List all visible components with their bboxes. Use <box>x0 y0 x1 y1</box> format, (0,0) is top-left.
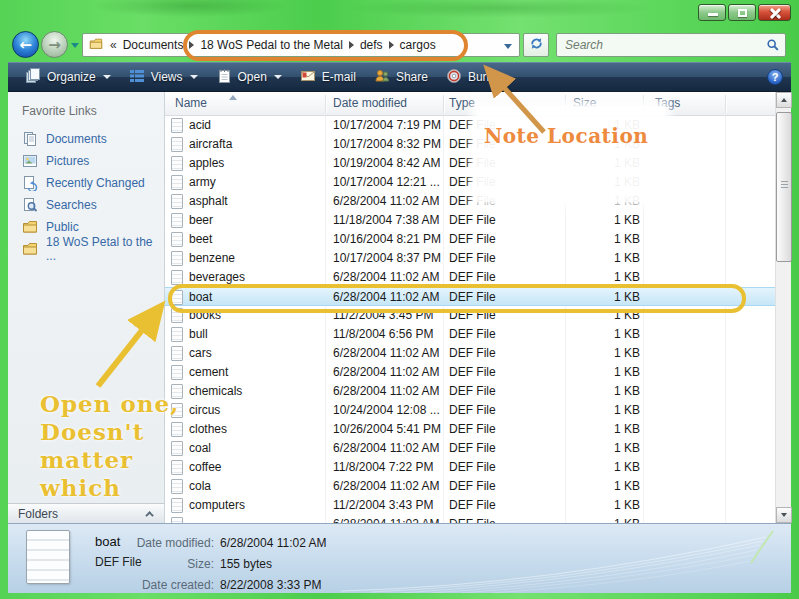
file-size: 1 KB <box>557 154 640 173</box>
file-date-modified: 6/28/2004 11:02 AM <box>333 477 440 496</box>
file-name: aircrafta <box>189 135 232 154</box>
scroll-up-button[interactable] <box>776 92 792 108</box>
table-row-computers[interactable]: computers11/2/2004 3:43 PMDEF File1 KB <box>165 496 775 515</box>
vertical-scrollbar[interactable] <box>775 92 791 523</box>
sidebar-item-label: Searches <box>46 198 97 212</box>
file-name: acid <box>189 116 211 135</box>
chevron-down-icon <box>274 75 282 79</box>
help-button[interactable]: ? <box>767 69 783 85</box>
sidebar-item-searches[interactable]: Searches <box>8 194 164 216</box>
close-button[interactable] <box>758 4 791 21</box>
toolbar-button-share[interactable]: Share <box>365 64 437 91</box>
breadcrumb-item-defs[interactable]: defs <box>360 38 383 52</box>
breadcrumb-item-cargos[interactable]: cargos <box>400 38 436 52</box>
column-header-name[interactable]: Name <box>175 96 207 110</box>
sidebar-item-pictures[interactable]: Pictures <box>8 150 164 172</box>
breadcrumb-overflow-chevron[interactable]: « <box>110 38 117 52</box>
table-row-benzene[interactable]: benzene10/17/2004 8:37 PMDEF File1 KB <box>165 249 775 268</box>
file-name: boat <box>189 288 212 307</box>
table-row-beverages[interactable]: beverages6/28/2004 11:02 AMDEF File1 KB <box>165 268 775 287</box>
column-header-tags[interactable]: Tags <box>655 96 680 110</box>
file-date-modified: 6/28/2004 11:02 AM <box>333 344 440 363</box>
file-type: DEF File <box>449 230 496 249</box>
table-row-coal[interactable]: coal6/28/2004 11:02 AMDEF File1 KB <box>165 439 775 458</box>
column-separator <box>643 95 644 113</box>
file-name: beverages <box>189 268 245 287</box>
details-pane: boat DEF File Date modified:6/28/2004 11… <box>8 523 791 593</box>
table-row-aircrafta[interactable]: aircrafta10/17/2004 8:32 PMDEF File1 KB <box>165 135 775 154</box>
table-row-beer[interactable]: beer11/18/2004 7:38 AMDEF File1 KB <box>165 211 775 230</box>
open-icon <box>216 68 232 87</box>
file-name: benzene <box>189 249 235 268</box>
email-icon <box>300 68 316 87</box>
table-row-cars[interactable]: cars6/28/2004 11:02 AMDEF File1 KB <box>165 344 775 363</box>
table-row-army[interactable]: army10/17/2004 12:21 ...DEF File1 KB <box>165 173 775 192</box>
file-date-modified: 11/8/2004 6:56 PM <box>333 325 434 344</box>
triangle-up-icon <box>781 98 787 102</box>
file-date-modified: 6/28/2004 11:02 AM <box>333 439 440 458</box>
sidebar-item-label: Recently Changed <box>46 176 145 190</box>
chevron-down-icon <box>190 75 198 79</box>
file-icon <box>171 422 183 437</box>
pictures-icon <box>22 153 38 169</box>
search-input[interactable] <box>556 33 786 57</box>
file-name: chemicals <box>189 382 242 401</box>
file-name: asphalt <box>189 192 228 211</box>
maximize-button[interactable] <box>728 4 756 21</box>
file-type: DEF File <box>449 458 496 477</box>
minimize-button[interactable] <box>698 4 726 21</box>
forward-button[interactable]: → <box>41 31 68 58</box>
breadcrumb-item-18-wos-pedal-to-the-metal[interactable]: 18 WoS Pedal to the Metal <box>200 38 343 52</box>
table-row-cement[interactable]: cement6/28/2004 11:02 AMDEF File1 KB <box>165 363 775 382</box>
scroll-down-button[interactable] <box>776 507 792 523</box>
table-row-partial[interactable]: 6/28/2004 11:02 AMDEF File1 KB <box>165 515 775 523</box>
toolbar-button-label: Share <box>396 70 428 84</box>
table-row-boat[interactable]: boat6/28/2004 11:02 AMDEF File1 KB <box>165 287 775 306</box>
address-bar[interactable]: «Documents18 WoS Pedal to the Metaldefsc… <box>82 33 520 57</box>
toolbar-button-e-mail[interactable]: E-mail <box>291 64 365 91</box>
table-row-coffee[interactable]: coffee11/8/2004 7:22 PMDEF File1 KB <box>165 458 775 477</box>
search-icon[interactable] <box>766 38 780 55</box>
file-name: apples <box>189 154 224 173</box>
sidebar-item-recently-changed[interactable]: Recently Changed <box>8 172 164 194</box>
toolbar-button-views[interactable]: Views <box>120 64 207 91</box>
details-field-value: 8/22/2008 3:33 PM <box>220 578 321 592</box>
toolbar-button-burn[interactable]: Burn <box>437 64 502 91</box>
table-row-apples[interactable]: apples10/19/2004 8:42 AMDEF File1 KB <box>165 154 775 173</box>
scrollbar-thumb[interactable] <box>776 112 792 262</box>
sidebar-item-documents[interactable]: Documents <box>8 128 164 150</box>
column-header-type[interactable]: Type <box>449 96 475 110</box>
folders-bar[interactable]: Folders <box>8 503 165 523</box>
table-row-chemicals[interactable]: chemicals6/28/2004 11:02 AMDEF File1 KB <box>165 382 775 401</box>
file-size: 1 KB <box>557 382 640 401</box>
toolbar-button-open[interactable]: Open <box>207 64 291 91</box>
file-name: coffee <box>189 458 221 477</box>
file-date-modified: 11/18/2004 7:38 AM <box>333 211 440 230</box>
table-row-clothes[interactable]: clothes10/26/2004 5:41 PMDEF File1 KB <box>165 420 775 439</box>
sidebar-item-18-wos-petal-to-the[interactable]: 18 WoS Petal to the ... <box>8 238 164 260</box>
address-dropdown-chevron-icon[interactable] <box>504 44 512 49</box>
file-type: DEF File <box>449 154 496 173</box>
file-size: 1 KB <box>557 306 640 325</box>
search-box <box>556 33 786 57</box>
back-button[interactable]: ← <box>12 31 39 58</box>
column-header-size[interactable]: Size <box>573 96 596 110</box>
file-date-modified: 6/28/2004 11:02 AM <box>333 268 440 287</box>
table-row-bull[interactable]: bull11/8/2004 6:56 PMDEF File1 KB <box>165 325 775 344</box>
table-row-cola[interactable]: cola6/28/2004 11:02 AMDEF File1 KB <box>165 477 775 496</box>
file-name: cement <box>189 363 228 382</box>
refresh-button[interactable] <box>523 33 549 57</box>
table-row-acid[interactable]: acid10/17/2004 7:19 PMDEF File1 KB <box>165 116 775 135</box>
back-arrow-icon: ← <box>19 36 32 54</box>
breadcrumb-item-documents[interactable]: Documents <box>123 38 184 52</box>
window-controls <box>698 4 791 21</box>
file-icon <box>171 118 183 133</box>
table-row-books[interactable]: books11/2/2004 3:45 PMDEF File1 KB <box>165 306 775 325</box>
table-row-beet[interactable]: beet10/16/2004 8:21 PMDEF File1 KB <box>165 230 775 249</box>
column-header-date-modified[interactable]: Date modified <box>333 96 407 110</box>
recent-pages-chevron-icon[interactable] <box>71 43 79 48</box>
table-row-asphalt[interactable]: asphalt6/28/2004 11:02 AMDEF File1 KB <box>165 192 775 211</box>
favorite-links-header: Favorite Links <box>8 102 164 128</box>
toolbar-button-organize[interactable]: Organize <box>16 64 120 91</box>
table-row-circus[interactable]: circus10/24/2004 12:08 ...DEF File1 KB <box>165 401 775 420</box>
